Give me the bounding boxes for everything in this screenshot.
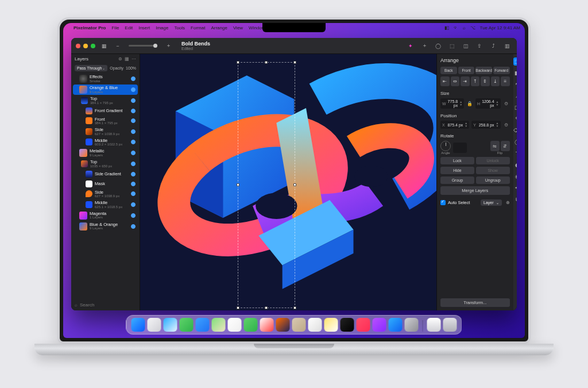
order-backward-button[interactable]: Backward [475, 67, 492, 74]
battery-icon[interactable]: ▮▯ [444, 25, 449, 30]
rotate-value-field[interactable] [453, 143, 467, 153]
layer-visibility-toggle[interactable] [131, 162, 136, 166]
menubar-file[interactable]: File [111, 25, 119, 30]
blend-mode-select[interactable]: Pass Through⌄ [75, 65, 107, 71]
layer-item[interactable]: Mask [73, 179, 138, 189]
layer-visibility-toggle[interactable] [131, 109, 136, 113]
dock-app-tv[interactable] [341, 318, 354, 332]
layer-visibility-toggle[interactable] [131, 191, 136, 196]
align-left-button[interactable]: ⇤ [440, 76, 450, 86]
dock-app-pixelmator[interactable] [276, 318, 290, 332]
layer-item[interactable]: Side627 × 1038.9 px [73, 126, 138, 137]
align-right-button[interactable]: ⇥ [461, 76, 470, 86]
layer-visibility-toggle[interactable] [131, 151, 136, 155]
unlock-button[interactable]: Unlock [476, 157, 510, 164]
layer-item[interactable]: Side627 × 1038.9 px [73, 189, 138, 199]
layer-item[interactable]: Top384.1 × 795 px [73, 95, 138, 106]
ungroup-button[interactable]: Ungroup [476, 176, 510, 184]
menubar-format[interactable]: Format [191, 25, 205, 30]
layer-item[interactable]: Front Gradient [73, 106, 138, 116]
hide-button[interactable]: Hide [440, 167, 474, 174]
layer-visibility-toggle[interactable] [131, 172, 136, 176]
arrange-tool-icon[interactable]: ⬚ [513, 57, 517, 66]
shape-tool-icon[interactable]: ◯ [513, 138, 517, 146]
dock-downloads[interactable] [427, 318, 441, 332]
distribute-button[interactable]: ≡ [501, 76, 510, 86]
sidebar-toggle-button[interactable]: ▦ [99, 41, 109, 51]
height-field[interactable]: H1206.4 px▲▼ [475, 98, 500, 109]
order-front-button[interactable]: Front [458, 67, 475, 74]
search-icon[interactable]: ⌕ [463, 25, 466, 30]
align-bottom-button[interactable]: ⤓ [491, 76, 500, 86]
dock-app-launchpad[interactable] [148, 318, 161, 332]
group-button[interactable]: Group [440, 176, 474, 184]
add-button[interactable]: ＋ [419, 41, 430, 51]
layer-item[interactable]: Middle625.1 × 1018.5 px [73, 199, 138, 210]
pos-more-button[interactable]: ⚙ [503, 122, 510, 128]
selection-tool-icon[interactable]: ◫ [513, 103, 517, 112]
flip-horizontal-button[interactable]: ⇋ [490, 141, 500, 151]
layer-item[interactable]: Side Gradient [73, 170, 138, 179]
layer-visibility-toggle[interactable] [131, 224, 136, 229]
menubar-arrange[interactable]: Arrange [211, 25, 227, 30]
menubar-image[interactable]: Image [156, 25, 168, 30]
align-top-button[interactable]: ⤒ [471, 76, 480, 86]
menubar-clock[interactable]: Tue Apr 12 9:41 AM [480, 25, 520, 30]
order-forward-button[interactable]: Forward [493, 67, 510, 74]
size-more-button[interactable]: ⚙ [503, 101, 510, 106]
select-scope-dropdown[interactable]: Layer⌄ [481, 199, 502, 206]
window-minimize-button[interactable] [83, 44, 88, 48]
layer-item[interactable]: Blue & Orange9 Layers [73, 221, 138, 232]
color-tool-icon[interactable]: ◉ [513, 172, 517, 180]
share-button[interactable]: ⤴ [488, 41, 498, 51]
transform-button[interactable]: Transform... [440, 298, 510, 307]
y-field[interactable]: Y258.8 px▲▼ [471, 121, 500, 129]
control-center-icon[interactable]: ⌥ [470, 25, 475, 30]
layers-search-input[interactable] [80, 302, 140, 308]
dock-app-contacts[interactable] [292, 318, 306, 332]
erase-tool-icon[interactable]: ⌫ [513, 126, 517, 135]
gradient-tool-icon[interactable]: ◐ [513, 161, 517, 169]
inspector-toggle-button[interactable]: ▥ [502, 41, 512, 51]
menubar-tools[interactable]: Tools [174, 25, 185, 30]
dock-trash[interactable] [443, 318, 457, 332]
layer-visibility-toggle[interactable] [131, 182, 136, 186]
canvas[interactable] [140, 54, 436, 310]
menubar-insert[interactable]: Insert [138, 25, 150, 30]
dock-app-photos[interactable] [228, 318, 242, 332]
layers-more-icon[interactable]: ⋯ [131, 56, 136, 62]
zoom-slider[interactable] [129, 45, 157, 47]
flip-vertical-button[interactable]: ⇵ [501, 141, 510, 151]
window-maximize-button[interactable] [91, 44, 95, 48]
wifi-icon[interactable]: ᯤ [454, 25, 458, 30]
layer-visibility-toggle[interactable] [131, 87, 136, 92]
menubar-edit[interactable]: Edit [125, 25, 133, 30]
style-tool-icon[interactable]: ◧ [513, 69, 517, 77]
layer-item[interactable]: Magenta1 Layers [73, 210, 138, 221]
window-close-button[interactable] [76, 44, 80, 48]
dock-app-appstore[interactable] [389, 318, 403, 332]
ml-enhance-button[interactable]: ✦ [405, 41, 416, 51]
export-button[interactable]: ⇧ [474, 41, 485, 51]
dock-app-calendar[interactable] [260, 318, 274, 332]
layer-item[interactable]: EffectsSmoke [73, 74, 138, 84]
layers-filter-icon[interactable]: ⊜ [118, 56, 122, 62]
paint-tool-icon[interactable]: ✎ [513, 115, 517, 123]
width-field[interactable]: W775.8 px▲▼ [440, 98, 464, 109]
dock-app-maps[interactable] [212, 318, 226, 332]
layer-visibility-toggle[interactable] [131, 118, 136, 123]
type-tool-icon[interactable]: T [513, 149, 517, 157]
layer-item[interactable]: Metallic9 Layers [73, 148, 138, 158]
dock-app-music[interactable] [357, 318, 370, 332]
layer-visibility-toggle[interactable] [131, 129, 136, 134]
menubar-view[interactable]: View [233, 25, 243, 30]
target-icon[interactable]: ⊕ [506, 200, 510, 205]
dock-app-messages[interactable] [180, 318, 194, 332]
rotate-dial[interactable] [440, 141, 451, 151]
layer-visibility-toggle[interactable] [131, 202, 136, 207]
x-field[interactable]: X875.4 px▲▼ [440, 121, 469, 129]
repair-tool-icon[interactable]: ✚ [513, 184, 517, 192]
layers-view-icon[interactable]: ▦ [125, 56, 129, 62]
arrange-toggle-button[interactable]: ⬚ [447, 41, 457, 51]
dock-app-podcasts[interactable] [373, 318, 386, 332]
